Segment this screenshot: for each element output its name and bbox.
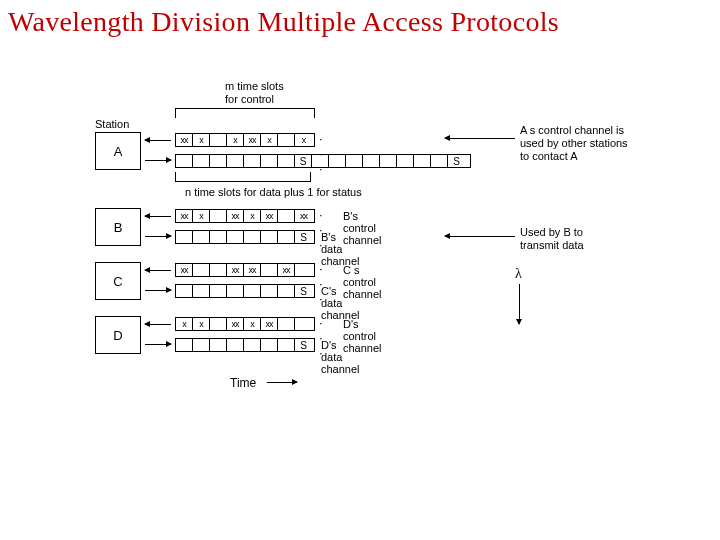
- arrow-left-long-icon: [445, 138, 515, 139]
- ctrl-slot: x: [244, 318, 261, 330]
- data-slot: S: [295, 339, 312, 351]
- data-slot: [193, 339, 210, 351]
- station-d-control-row: x x xx x xx: [175, 317, 315, 331]
- station-d-data-row: S: [175, 338, 315, 352]
- data-slot: [176, 339, 193, 351]
- ctrl-slot: xx: [278, 264, 295, 276]
- station-a-control-row: xx x x xx x x: [175, 133, 315, 147]
- ctrl-slot: xx: [295, 210, 312, 222]
- ctrl-slot: x: [261, 134, 278, 146]
- arrow-down-icon: [519, 284, 520, 324]
- arrow-right-icon: [145, 290, 171, 291]
- data-slot: [244, 155, 261, 167]
- data-slot: [261, 155, 278, 167]
- ctrl-slot: x: [193, 210, 210, 222]
- data-slot: [210, 339, 227, 351]
- ctrl-slot: x: [193, 134, 210, 146]
- arrow-left-long-icon: [445, 236, 515, 237]
- station-b-control-row: xx x xx x xx xx: [175, 209, 315, 223]
- station-c-data-label: C's data channel: [321, 285, 360, 321]
- ctrl-slot: xx: [227, 264, 244, 276]
- data-slot: [278, 155, 295, 167]
- data-slot: [227, 231, 244, 243]
- data-slot: [210, 285, 227, 297]
- m-slots-line2: for control: [225, 93, 284, 106]
- data-slot: [414, 155, 431, 167]
- data-slot: [380, 155, 397, 167]
- data-slot: [244, 231, 261, 243]
- data-slot: [176, 155, 193, 167]
- data-slot: S: [448, 155, 465, 167]
- annot-line: to contact A: [520, 150, 628, 163]
- ctrl-slot: xx: [227, 318, 244, 330]
- ctrl-slot: xx: [176, 134, 193, 146]
- ctrl-slot: xx: [176, 210, 193, 222]
- data-slot: S: [295, 155, 312, 167]
- ctrl-slot: xx: [244, 134, 261, 146]
- brace-top: [175, 108, 315, 118]
- arrow-left-icon: [145, 140, 171, 141]
- ctrl-slot: [210, 264, 227, 276]
- annot-line: A s control channel is: [520, 124, 628, 137]
- ctrl-slot: xx: [261, 210, 278, 222]
- station-d-box: D: [95, 316, 141, 354]
- lambda-symbol: λ: [515, 266, 522, 282]
- ctrl-slot: [295, 264, 312, 276]
- arrow-right-icon: [145, 344, 171, 345]
- station-c-data-row: S: [175, 284, 315, 298]
- ctrl-slot: xx: [227, 210, 244, 222]
- wdma-diagram: m time slots for control Station A xx x …: [95, 80, 635, 440]
- annot-line: used by other stations: [520, 137, 628, 150]
- m-slots-line1: m time slots: [225, 80, 284, 93]
- station-a-right-annotation: A s control channel is used by other sta…: [520, 124, 628, 164]
- m-slots-annotation: m time slots for control: [225, 80, 284, 106]
- ctrl-slot: xx: [244, 264, 261, 276]
- station-b-data-row: S: [175, 230, 315, 244]
- arrow-right-icon: [145, 160, 171, 161]
- arrow-left-icon: [145, 216, 171, 217]
- annot-line: transmit data: [520, 239, 584, 252]
- data-slot: [244, 285, 261, 297]
- data-slot: [210, 155, 227, 167]
- ctrl-slot: x: [176, 318, 193, 330]
- ctrl-slot: [278, 318, 295, 330]
- ctrl-slot: [193, 264, 210, 276]
- ctrl-slot: [210, 134, 227, 146]
- n-slots-annotation: n time slots for data plus 1 for status: [185, 186, 362, 198]
- ctrl-slot: xx: [176, 264, 193, 276]
- ctrl-slot: [261, 264, 278, 276]
- station-c-box: C: [95, 262, 141, 300]
- data-slot: [312, 155, 329, 167]
- data-slot: [193, 285, 210, 297]
- data-slot: [329, 155, 346, 167]
- station-header: Station: [95, 118, 129, 130]
- ctrl-slot: x: [244, 210, 261, 222]
- station-c-control-row: xx xx xx xx: [175, 263, 315, 277]
- station-a-data-row: S S: [175, 154, 471, 168]
- ctrl-slot: [278, 210, 295, 222]
- station-d-data-label: D's data channel: [321, 339, 360, 375]
- time-axis-label: Time: [230, 376, 256, 390]
- data-slot: [176, 231, 193, 243]
- data-slot: [227, 285, 244, 297]
- data-slot: [244, 339, 261, 351]
- arrow-left-icon: [145, 270, 171, 271]
- data-slot: [346, 155, 363, 167]
- station-b-right-annotation: Used by B to transmit data: [520, 226, 584, 252]
- ctrl-slot: xx: [261, 318, 278, 330]
- station-b-data-label: B's data channel: [321, 231, 360, 267]
- data-slot: [193, 231, 210, 243]
- data-slot: [278, 285, 295, 297]
- ctrl-slot: [210, 318, 227, 330]
- ctrl-slot: [278, 134, 295, 146]
- arrow-right-icon: [267, 382, 297, 383]
- ctrl-slot: x: [193, 318, 210, 330]
- data-slot: S: [295, 231, 312, 243]
- brace-bottom: [175, 172, 311, 182]
- ctrl-slot: x: [295, 134, 312, 146]
- ctrl-slot: x: [227, 134, 244, 146]
- arrow-left-icon: [145, 324, 171, 325]
- annot-line: Used by B to: [520, 226, 584, 239]
- ctrl-slot: [210, 210, 227, 222]
- data-slot: [193, 155, 210, 167]
